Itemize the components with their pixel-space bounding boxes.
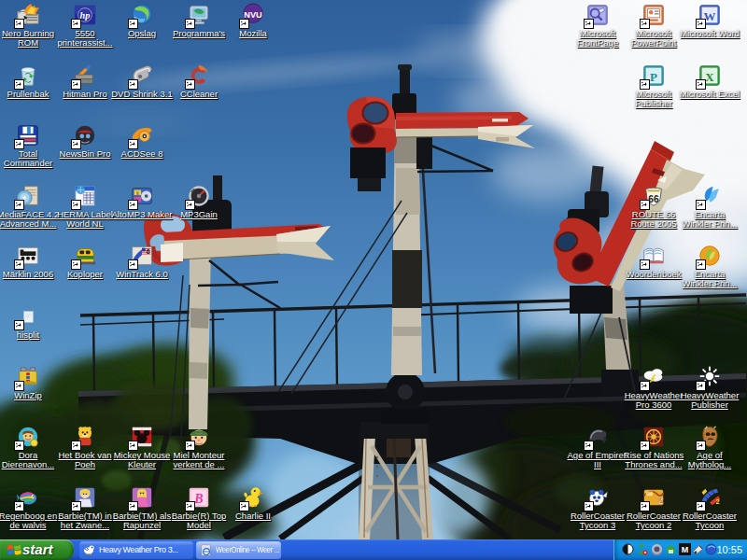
svg-text:6: 6	[146, 247, 149, 256]
svg-text:66: 66	[648, 194, 659, 204]
svg-text:X: X	[705, 70, 714, 84]
svg-text:M: M	[682, 545, 689, 554]
svg-text:2: 2	[716, 497, 720, 506]
svg-text:P: P	[650, 70, 657, 84]
svg-text:2: 2	[658, 496, 664, 506]
svg-text:hp: hp	[80, 10, 91, 21]
